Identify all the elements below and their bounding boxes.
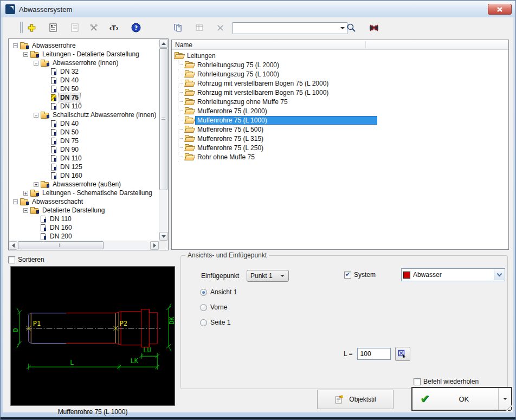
copy-icon[interactable]	[172, 22, 184, 34]
objektstil-icon	[334, 395, 344, 404]
list-item[interactable]: Muffenrohre 75 (L 500)	[172, 125, 508, 134]
tree-item[interactable]: Abwasserrohre (außen)	[9, 180, 159, 189]
scroll-up-button[interactable]	[159, 39, 168, 48]
expand-toggle-icon[interactable]	[13, 43, 18, 48]
tree-item[interactable]: DN 160	[9, 223, 159, 232]
view-radio-option[interactable]: Vorne	[200, 303, 237, 311]
list-item[interactable]: Rohrleitungszug 75 (L 1000)	[172, 69, 508, 79]
list-item[interactable]: Rohrzug mit verstellbarem Bogen 75 (L 10…	[172, 88, 508, 97]
search-input[interactable]	[233, 23, 338, 34]
ok-dropdown-button[interactable]	[498, 388, 511, 410]
insert-point-dropdown[interactable]: Punkt 1	[247, 270, 289, 282]
system-dropdown-button[interactable]	[494, 269, 504, 280]
tree-item[interactable]: Leitungen - Detalierte Darstellung	[9, 50, 159, 59]
scroll-left-button[interactable]	[9, 241, 17, 250]
measure-pick-button[interactable]	[395, 347, 410, 361]
expand-toggle-icon[interactable]	[13, 199, 18, 204]
radio-button[interactable]	[200, 304, 207, 311]
repeat-command-checkbox[interactable]	[414, 378, 421, 385]
tree-item-label: DN 110	[48, 215, 73, 223]
folder-open-icon	[175, 53, 183, 59]
tree-item[interactable]: DN 110	[9, 102, 159, 111]
tree-item[interactable]: DN 50	[9, 85, 159, 93]
svg-text:?: ?	[134, 24, 138, 31]
magnifier-icon[interactable]	[345, 22, 357, 34]
radio-button[interactable]	[200, 289, 207, 296]
list-column-header[interactable]: Name	[172, 40, 508, 50]
list-item[interactable]: Muffenrohre 75 (L 1000)	[172, 115, 508, 125]
tree-item[interactable]: DN 160	[9, 171, 159, 180]
radio-button[interactable]	[200, 319, 207, 326]
tree-item[interactable]: Detalierte Darstellung	[9, 206, 159, 215]
tree-item[interactable]: Schallschutz Abwasserrohre (innen)	[9, 111, 159, 119]
tree-item[interactable]: Leitungen - Schematische Darstellung	[9, 189, 159, 197]
tree-item[interactable]: Abwasserschacht	[9, 197, 159, 206]
svg-text:L: L	[70, 359, 74, 366]
symbol-preview: L LK LU D DK	[10, 266, 175, 406]
expand-toggle-icon[interactable]	[34, 113, 38, 118]
list-item[interactable]: Muffenrohre 75 (L 315)	[172, 134, 508, 143]
tree-item[interactable]: DN 40	[9, 119, 159, 128]
tree-item[interactable]: DN 40	[9, 76, 159, 85]
tree-item[interactable]: DN 110	[9, 215, 159, 223]
list-item[interactable]: Rohrleitungszug 75 (L 2000)	[172, 60, 508, 69]
view-radio-option[interactable]: Seite 1	[200, 319, 237, 326]
close-button[interactable]	[488, 4, 512, 15]
tree-item-label: DN 75	[59, 137, 80, 145]
expand-toggle-icon[interactable]	[34, 182, 38, 187]
system-checkbox[interactable]	[344, 272, 351, 279]
scroll-right-button[interactable]	[150, 241, 159, 250]
expand-toggle-icon[interactable]	[23, 191, 28, 196]
tree-item-label: DN 40	[59, 119, 80, 128]
tree-item[interactable]: DN 75	[9, 137, 159, 145]
tree-item[interactable]: DN 32	[9, 67, 159, 76]
list-item-label: Leitungen	[185, 51, 218, 60]
tree-item[interactable]: Abwasserrohre (innen)	[9, 59, 159, 67]
expand-toggle-icon[interactable]	[23, 208, 28, 213]
list-item[interactable]: Rohrzug mit verstellbarem Bogen 75 (L 20…	[172, 79, 508, 88]
vertical-scroll-thumb[interactable]	[159, 48, 167, 190]
search-combobox[interactable]	[233, 22, 347, 34]
scroll-down-button[interactable]	[159, 232, 168, 241]
sort-checkbox[interactable]	[8, 256, 15, 263]
binoculars-icon[interactable]	[368, 22, 380, 34]
titlebar[interactable]: Abwassersystem	[1, 1, 515, 17]
sort-label: Sortieren	[18, 256, 44, 263]
ok-button[interactable]: ✔ OK	[411, 387, 512, 411]
repeat-command-option[interactable]: Befehl wiederholen	[414, 378, 479, 385]
tree-item[interactable]: DN 110	[9, 154, 159, 163]
toolbar-drag-handle[interactable]	[20, 22, 23, 33]
system-combobox[interactable]: Abwasser	[401, 268, 505, 281]
add-icon[interactable]	[25, 22, 37, 34]
tree-vertical-scrollbar[interactable]	[159, 39, 168, 241]
list-item[interactable]: Rohrleitungszug ohne Muffe 75	[172, 97, 508, 106]
tree-item[interactable]: DN 200	[9, 232, 159, 241]
objektstil-button[interactable]: Objektstil	[317, 390, 394, 409]
list-item[interactable]: Rohr ohne Muffe 75	[172, 152, 508, 161]
tree-item-label: DN 50	[59, 85, 80, 93]
tree-horizontal-scrollbar[interactable]	[9, 241, 159, 250]
horizontal-scroll-thumb[interactable]	[18, 241, 104, 249]
symbol-list-icon[interactable]	[47, 22, 59, 34]
column-header-name[interactable]: Name	[175, 41, 192, 49]
length-input[interactable]	[357, 348, 391, 360]
help-icon[interactable]: ?	[130, 22, 142, 34]
system-option[interactable]: System	[344, 271, 376, 279]
list-item[interactable]: Leitungen	[172, 51, 508, 60]
text-icon[interactable]: ‹T›	[108, 22, 120, 34]
tree-item-label: DN 125	[59, 163, 84, 171]
list-item[interactable]: Muffenrohre 75 (L 250)	[172, 143, 508, 152]
view-radio-option[interactable]: Ansicht 1	[200, 288, 237, 296]
list-item[interactable]: Muffenrohre 75 (L 2000)	[172, 106, 508, 115]
list-item-label: Rohrleitungszug 75 (L 2000)	[195, 61, 281, 69]
expand-toggle-icon[interactable]	[34, 61, 38, 66]
tree-item-label: DN 90	[59, 145, 80, 154]
tree-item[interactable]: DN 75	[9, 93, 159, 102]
sort-option[interactable]: Sortieren	[8, 256, 44, 263]
tree-item[interactable]: DN 90	[9, 145, 159, 154]
tree-item[interactable]: Abwasserrohre	[9, 41, 159, 50]
tree-item[interactable]: DN 125	[9, 163, 159, 171]
tree-item-icon	[30, 208, 38, 214]
tree-item[interactable]: DN 50	[9, 128, 159, 137]
expand-toggle-icon[interactable]	[23, 52, 28, 57]
